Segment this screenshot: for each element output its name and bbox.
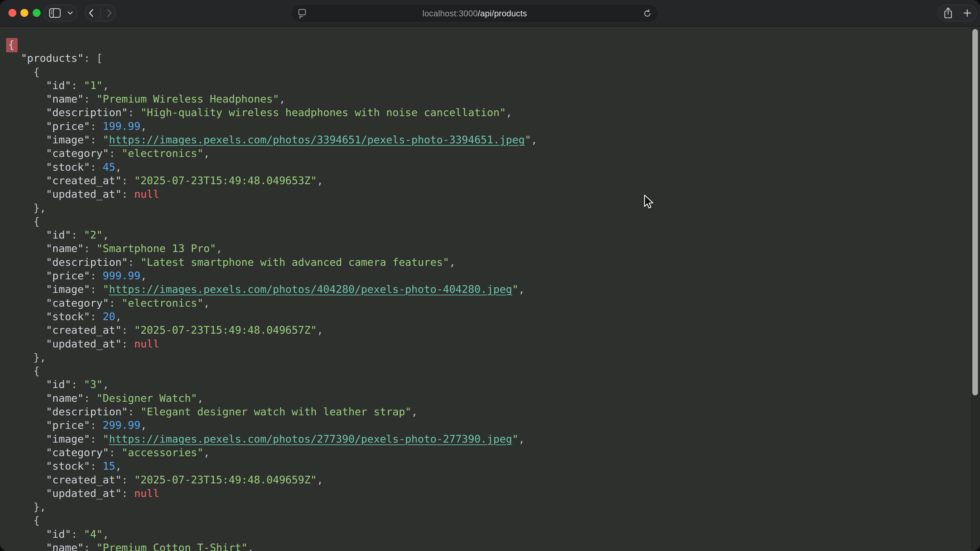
toolbar-right-group bbox=[938, 5, 977, 21]
json-key: "price" bbox=[46, 419, 90, 431]
json-token: : bbox=[90, 433, 103, 445]
json-token: : bbox=[90, 134, 103, 146]
json-token: : bbox=[90, 120, 103, 132]
json-token: : bbox=[121, 474, 134, 486]
json-token bbox=[8, 419, 46, 431]
json-string: "1" bbox=[84, 79, 103, 92]
json-token: : bbox=[128, 406, 140, 418]
json-token: : bbox=[90, 310, 103, 323]
json-token: { bbox=[8, 514, 40, 527]
json-token: : bbox=[121, 338, 134, 350]
json-string: "2025-07-23T15:49:48.049653Z" bbox=[134, 175, 317, 187]
image-url-link[interactable]: https://images.pexels.com/photos/277390/… bbox=[109, 433, 512, 445]
json-key: "stock" bbox=[46, 161, 90, 173]
json-token: : bbox=[109, 147, 121, 159]
json-token bbox=[8, 52, 21, 64]
json-token: , bbox=[317, 324, 323, 336]
forward-icon[interactable] bbox=[107, 9, 112, 17]
chevron-down-icon[interactable] bbox=[67, 11, 73, 15]
json-token bbox=[8, 229, 46, 241]
json-key: "category" bbox=[46, 147, 109, 159]
image-url-link[interactable]: https://images.pexels.com/photos/3394651… bbox=[109, 134, 525, 146]
json-token: , bbox=[140, 419, 147, 431]
json-token: " bbox=[103, 283, 109, 295]
json-string: "3" bbox=[84, 378, 103, 391]
json-token: : bbox=[90, 283, 103, 295]
json-token: : bbox=[71, 378, 84, 391]
json-string: "4" bbox=[84, 528, 103, 540]
json-token bbox=[8, 310, 46, 323]
json-string: "2025-07-23T15:49:48.049659Z" bbox=[134, 474, 317, 486]
json-key: "updated_at" bbox=[46, 487, 121, 499]
json-token bbox=[8, 93, 46, 105]
json-token: " bbox=[512, 433, 519, 445]
json-token: , bbox=[115, 310, 122, 323]
json-string: "electronics" bbox=[121, 147, 204, 159]
json-token: : bbox=[128, 106, 140, 119]
json-key: "created_at" bbox=[46, 474, 121, 486]
json-string: "electronics" bbox=[121, 297, 204, 309]
json-null: null bbox=[134, 188, 159, 200]
json-number: 20 bbox=[103, 310, 115, 323]
json-string: "Smartphone 13 Pro" bbox=[97, 242, 216, 254]
json-token: " bbox=[525, 134, 531, 146]
json-key: "price" bbox=[46, 270, 90, 282]
close-button[interactable] bbox=[8, 9, 16, 17]
json-token: , bbox=[531, 134, 538, 146]
json-key: "created_at" bbox=[46, 175, 121, 187]
url-text: localhost:3000/api/products bbox=[291, 9, 658, 18]
json-token: : bbox=[84, 541, 96, 551]
scrollbar-thumb[interactable] bbox=[972, 29, 978, 395]
json-token: , bbox=[518, 433, 525, 445]
json-token: : bbox=[90, 419, 103, 431]
json-token bbox=[8, 134, 46, 146]
json-token: : bbox=[128, 256, 140, 268]
back-icon[interactable] bbox=[89, 9, 94, 17]
minimize-button[interactable] bbox=[21, 9, 28, 17]
json-token bbox=[8, 487, 46, 499]
json-token bbox=[8, 120, 46, 132]
json-token: , bbox=[317, 175, 323, 187]
json-token: : bbox=[90, 270, 103, 282]
json-string: "Designer Watch" bbox=[97, 392, 197, 404]
json-key: "id" bbox=[46, 528, 71, 540]
json-token bbox=[8, 392, 46, 404]
json-token bbox=[8, 161, 46, 173]
json-token: : bbox=[90, 161, 103, 173]
json-token: , bbox=[216, 242, 223, 254]
json-token: : bbox=[109, 446, 121, 459]
json-token: , bbox=[115, 161, 122, 173]
url-path: /api/products bbox=[478, 9, 527, 18]
json-string: "2025-07-23T15:49:48.049657Z" bbox=[134, 324, 317, 336]
json-token: }, bbox=[8, 351, 46, 364]
scrollbar-track[interactable] bbox=[971, 27, 980, 551]
json-token: , bbox=[449, 256, 455, 268]
json-number: 999.99 bbox=[103, 270, 140, 282]
reload-icon[interactable] bbox=[643, 9, 652, 18]
zoom-button[interactable] bbox=[33, 9, 41, 17]
json-key: "category" bbox=[46, 446, 109, 459]
json-key: "image" bbox=[46, 283, 90, 295]
json-token: , bbox=[518, 283, 525, 295]
url-host: localhost:3000 bbox=[422, 9, 478, 18]
new-tab-icon[interactable] bbox=[963, 9, 971, 17]
json-token bbox=[8, 406, 46, 418]
json-token: : bbox=[71, 79, 84, 92]
json-string: "Latest smartphone with advanced camera … bbox=[140, 256, 449, 268]
image-url-link[interactable]: https://images.pexels.com/photos/404280/… bbox=[109, 283, 512, 295]
json-token: : bbox=[84, 242, 96, 254]
json-token: : [ bbox=[84, 52, 103, 64]
json-key: "price" bbox=[46, 120, 90, 132]
share-icon[interactable] bbox=[943, 7, 953, 19]
nav-divider bbox=[100, 8, 100, 18]
json-token bbox=[8, 474, 46, 486]
sidebar-icon[interactable] bbox=[49, 8, 61, 18]
toolbar: localhost:3000/api/products bbox=[0, 0, 980, 27]
json-number: 45 bbox=[103, 161, 115, 173]
json-token bbox=[8, 147, 46, 159]
json-key: "stock" bbox=[46, 310, 90, 323]
json-number: 299.99 bbox=[103, 419, 140, 431]
json-token: }, bbox=[8, 202, 46, 214]
address-bar[interactable]: localhost:3000/api/products bbox=[291, 4, 659, 23]
json-key: "id" bbox=[46, 229, 71, 241]
